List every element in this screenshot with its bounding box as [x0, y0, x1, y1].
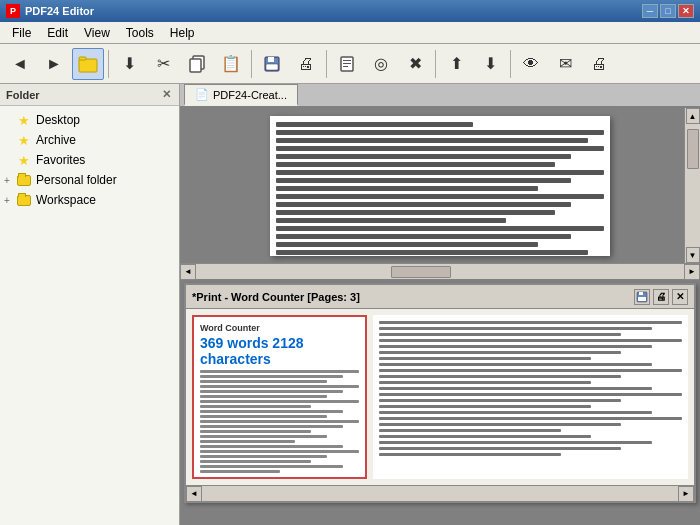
window-controls: ─ □ ✕: [642, 4, 694, 18]
wc-line: [200, 445, 343, 448]
bottom-panel-title: *Print - Word Counter [Pages: 3]: [192, 291, 634, 303]
open-button[interactable]: [72, 48, 104, 80]
scroll-up-arrow[interactable]: ▲: [686, 108, 700, 124]
right-pdf-line: [379, 453, 561, 456]
folder-icon-archive: ★: [16, 133, 32, 147]
pdf-line: [276, 162, 555, 167]
svg-rect-1: [79, 57, 86, 60]
scroll-right-arrow[interactable]: ►: [684, 264, 700, 280]
minimize-button[interactable]: ─: [642, 4, 658, 18]
sidebar-item-archive[interactable]: ★ Archive: [0, 130, 179, 150]
svg-rect-5: [268, 57, 274, 62]
menu-tools[interactable]: Tools: [118, 24, 162, 42]
wc-line: [200, 385, 359, 388]
right-pdf-lines: [379, 321, 682, 456]
right-pdf-line: [379, 447, 621, 450]
folder-icon-favorites: ★: [16, 153, 32, 167]
panel-save-button[interactable]: [634, 289, 650, 305]
bottom-left-page: Word Counter 369 words 2128 characters: [192, 315, 367, 479]
wc-line: [200, 400, 359, 403]
right-pdf-line: [379, 405, 591, 408]
scroll-left-arrow[interactable]: ◄: [180, 264, 196, 280]
right-pdf-line: [379, 345, 652, 348]
panel-controls: 🖨 ✕: [634, 289, 688, 305]
pdf-line: [276, 202, 571, 207]
scissors-button[interactable]: ✂: [147, 48, 179, 80]
sidebar-item-desktop[interactable]: ★ Desktop: [0, 110, 179, 130]
right-pdf-line: [379, 321, 682, 324]
wc-line: [200, 410, 343, 413]
wc-line: [200, 430, 311, 433]
right-pdf-line: [379, 393, 682, 396]
bottom-panel: *Print - Word Counter [Pages: 3] 🖨 ✕: [184, 283, 696, 503]
copy-button[interactable]: [181, 48, 213, 80]
tab-pdf24-create[interactable]: 📄 PDF24-Creat...: [184, 84, 298, 106]
eye-button[interactable]: 👁: [515, 48, 547, 80]
folder-panel: Folder ✕ ★ Desktop ★ Archive: [0, 84, 180, 525]
page-button[interactable]: [331, 48, 363, 80]
sidebar-item-favorites[interactable]: ★ Favorites: [0, 150, 179, 170]
app-icon: P: [6, 4, 20, 18]
sidebar-label-favorites: Favorites: [36, 153, 85, 167]
menu-help[interactable]: Help: [162, 24, 203, 42]
pdf-line: [276, 186, 538, 191]
content-area: 📄 PDF24-Creat... ▲ ▼: [180, 84, 700, 525]
title-bar: P PDF24 Editor ─ □ ✕: [0, 0, 700, 22]
menu-file[interactable]: File: [4, 24, 39, 42]
close-button[interactable]: ✕: [678, 4, 694, 18]
pdf-line: [276, 170, 604, 175]
folder-icon-workspace: [16, 193, 32, 207]
paste-button[interactable]: 📋: [215, 48, 247, 80]
folder-icon-desktop: ★: [16, 113, 32, 127]
folder-icon-personal: [16, 173, 32, 187]
bottom-scroll-track: [202, 487, 678, 501]
svg-rect-10: [343, 66, 348, 67]
right-pdf-line: [379, 375, 621, 378]
right-scrollbar[interactable]: ▲ ▼: [684, 108, 700, 263]
scroll-down-arrow[interactable]: ▼: [686, 247, 700, 263]
bottom-scroll-left[interactable]: ◄: [186, 486, 202, 502]
h-scroll-thumb[interactable]: [391, 266, 451, 278]
panel-print-button[interactable]: 🖨: [653, 289, 669, 305]
print1-button[interactable]: 🖨: [290, 48, 322, 80]
forward-button[interactable]: ►: [38, 48, 70, 80]
print2-button[interactable]: 🖨: [583, 48, 615, 80]
right-pdf-line: [379, 381, 591, 384]
menu-edit[interactable]: Edit: [39, 24, 76, 42]
sidebar-item-workspace[interactable]: + Workspace: [0, 190, 179, 210]
view-button[interactable]: ◎: [365, 48, 397, 80]
save-button[interactable]: [256, 48, 288, 80]
download-button[interactable]: ⬇: [113, 48, 145, 80]
move-up-button[interactable]: ⬆: [440, 48, 472, 80]
sidebar-item-personal[interactable]: + Personal folder: [0, 170, 179, 190]
app-title: PDF24 Editor: [25, 5, 642, 17]
pdf-line: [276, 146, 604, 151]
svg-rect-9: [343, 63, 351, 64]
maximize-button[interactable]: □: [660, 4, 676, 18]
wc-line: [200, 425, 343, 428]
panel-close-button[interactable]: ✕: [672, 289, 688, 305]
wc-line: [200, 375, 343, 378]
pdf-line: [276, 130, 604, 135]
top-pdf-preview: ▲ ▼: [180, 108, 700, 263]
move-down-button[interactable]: ⬇: [474, 48, 506, 80]
sidebar-label-archive: Archive: [36, 133, 76, 147]
right-pdf-line: [379, 339, 682, 342]
back-button[interactable]: ◄: [4, 48, 36, 80]
delete-button[interactable]: ✖: [399, 48, 431, 80]
pdf-line: [276, 178, 571, 183]
email-button[interactable]: ✉: [549, 48, 581, 80]
right-pdf-line: [379, 411, 652, 414]
wc-line: [200, 460, 311, 463]
top-horizontal-scrollbar: ◄ ►: [180, 263, 700, 279]
right-pdf-line: [379, 429, 561, 432]
tab-pdf24-icon: 📄: [195, 88, 209, 101]
scroll-thumb[interactable]: [687, 129, 699, 169]
pdf-line: [276, 138, 588, 143]
menu-view[interactable]: View: [76, 24, 118, 42]
pdf-line: [276, 242, 538, 247]
sidebar-label-workspace: Workspace: [36, 193, 96, 207]
word-counter-big-text: 369 words 2128 characters: [200, 335, 359, 367]
folder-close-button[interactable]: ✕: [159, 88, 173, 102]
bottom-scroll-right[interactable]: ►: [678, 486, 694, 502]
